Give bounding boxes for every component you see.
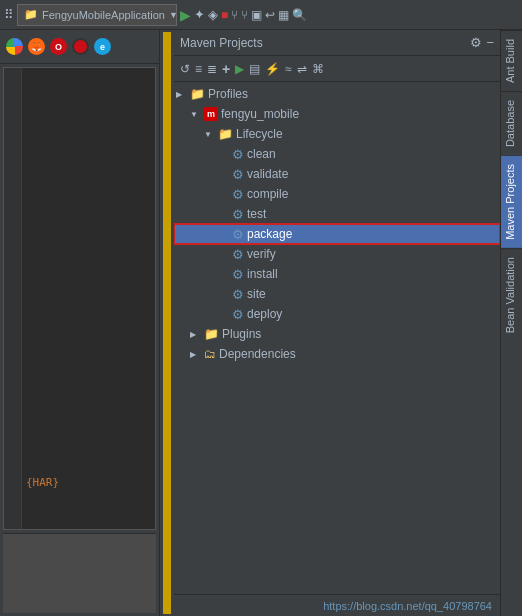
maven-projects-panel: Maven Projects ⚙ − ↺ ≡ ≣ + ▶ ▤ ⚡ ≈ ⇌ ⌘ ▶… [174, 30, 500, 616]
maven-m-icon: m [204, 107, 218, 121]
code-content: {HAR} [26, 476, 59, 489]
dropdown-arrow-icon: ▼ [169, 10, 178, 20]
tree-item-dependencies[interactable]: ▶ 🗂 Dependencies [174, 344, 500, 364]
project-selector[interactable]: 📁 FengyuMobileApplication ▼ [17, 4, 177, 26]
run-icon[interactable]: ▶ [180, 7, 191, 23]
yellow-stripe [160, 30, 174, 616]
maven-tree: ▶ 📁 Profiles ▼ m fengyu_mobile ▼ 📁 Lifec… [174, 82, 500, 594]
dependencies-folder-icon: 🗂 [204, 347, 216, 361]
tree-item-fengyu-mobile[interactable]: ▼ m fengyu_mobile [174, 104, 500, 124]
plugins-arrow-icon: ▶ [190, 330, 204, 339]
lifecycle-arrow-icon: ▼ [204, 130, 218, 139]
project-name: FengyuMobileApplication [42, 9, 165, 21]
plugins-label: Plugins [222, 327, 261, 341]
add-icon[interactable]: + [220, 60, 232, 78]
site-gear-icon: ⚙ [232, 287, 244, 302]
compile-label: compile [247, 187, 288, 201]
tree-item-compile[interactable]: ⚙ compile [174, 184, 500, 204]
maven-panel-header: Maven Projects ⚙ − [174, 30, 500, 56]
tree-item-test[interactable]: ⚙ test [174, 204, 500, 224]
test-label: test [247, 207, 266, 221]
panel-header-icons: ⚙ − [470, 35, 494, 50]
url-bar: https://blog.csdn.net/qq_40798764 [174, 594, 500, 616]
tab-bean-validation[interactable]: Bean Validation [501, 248, 522, 341]
tasks-icon[interactable]: ▤ [247, 61, 262, 77]
maven-toolbar: ↺ ≡ ≣ + ▶ ▤ ⚡ ≈ ⇌ ⌘ [174, 56, 500, 82]
tree-item-profiles[interactable]: ▶ 📁 Profiles [174, 84, 500, 104]
install-gear-icon: ⚙ [232, 267, 244, 282]
tree-item-plugins[interactable]: ▶ 📁 Plugins [174, 324, 500, 344]
clean-label: clean [247, 147, 276, 161]
editor-bottom [3, 533, 156, 613]
command-icon[interactable]: ⌘ [310, 61, 326, 77]
coverage-icon[interactable]: ◈ [208, 7, 218, 22]
validate-label: validate [247, 167, 288, 181]
profiles-folder-icon: 📁 [190, 87, 205, 101]
build-icon2[interactable]: ⑂ [241, 8, 248, 22]
profiles-label: Profiles [208, 87, 248, 101]
list-icon[interactable]: ≡ [193, 61, 204, 77]
install-label: install [247, 267, 278, 281]
tab-maven-projects[interactable]: Maven Projects [501, 155, 522, 248]
maven-panel-title: Maven Projects [180, 36, 263, 50]
undo-icon[interactable]: ↩ [265, 8, 275, 22]
compile-gear-icon: ⚙ [232, 187, 244, 202]
clean-gear-icon: ⚙ [232, 147, 244, 162]
verify-label: verify [247, 247, 276, 261]
waves-icon[interactable]: ≈ [283, 61, 294, 77]
debug-icon[interactable]: ✦ [194, 7, 205, 22]
fengyu-label: fengyu_mobile [221, 107, 299, 121]
chrome-icon[interactable] [6, 38, 23, 55]
sdk-icon[interactable]: ▣ [251, 8, 262, 22]
lifecycle-label: Lifecycle [236, 127, 283, 141]
tree-item-site[interactable]: ⚙ site [174, 284, 500, 304]
dependencies-arrow-icon: ▶ [190, 350, 204, 359]
validate-gear-icon: ⚙ [232, 167, 244, 182]
tab-ant-build[interactable]: Ant Build [501, 30, 522, 91]
deploy-gear-icon: ⚙ [232, 307, 244, 322]
tab-database[interactable]: Database [501, 91, 522, 155]
plugins-folder-icon: 📁 [204, 327, 219, 341]
browser-icons-row: 🦊 O e [0, 30, 159, 64]
firefox-icon[interactable]: 🦊 [28, 38, 45, 55]
structure-icon[interactable]: ▦ [278, 8, 289, 22]
tree-item-deploy[interactable]: ⚙ deploy [174, 304, 500, 324]
dependencies-label: Dependencies [219, 347, 296, 361]
tree-item-validate[interactable]: ⚙ validate [174, 164, 500, 184]
stop-icon[interactable]: ■ [221, 8, 228, 22]
refresh-icon[interactable]: ↺ [178, 61, 192, 77]
run2-icon[interactable]: ▶ [233, 61, 246, 77]
lightning-icon[interactable]: ⚡ [263, 61, 282, 77]
fengyu-arrow-icon: ▼ [190, 110, 204, 119]
lifecycle-folder-icon: 📁 [218, 127, 233, 141]
build-icon1[interactable]: ⑂ [231, 8, 238, 22]
package-gear-icon: ⚙ [232, 227, 244, 242]
tree-item-package[interactable]: ⚙ package ← [174, 224, 500, 244]
site-label: site [247, 287, 266, 301]
project-icon: 📁 [24, 8, 38, 21]
editor-area[interactable]: {HAR} [3, 67, 156, 530]
profiles-arrow-icon: ▶ [176, 90, 190, 99]
tree-item-clean[interactable]: ⚙ clean [174, 144, 500, 164]
verify-gear-icon: ⚙ [232, 247, 244, 262]
arrows-icon[interactable]: ⇌ [295, 61, 309, 77]
tree-item-install[interactable]: ⚙ install [174, 264, 500, 284]
deploy-label: deploy [247, 307, 282, 321]
right-tabs-panel: Ant Build Database Maven Projects Bean V… [500, 30, 522, 616]
opera-icon[interactable]: O [50, 38, 67, 55]
minus-icon[interactable]: − [486, 35, 494, 50]
editor-panel: 🦊 O e {HAR} [0, 30, 160, 616]
tree-item-lifecycle[interactable]: ▼ 📁 Lifecycle [174, 124, 500, 144]
test-gear-icon: ⚙ [232, 207, 244, 222]
editor-gutter [4, 68, 22, 529]
settings-icon[interactable]: ⚙ [470, 35, 482, 50]
tree-item-verify[interactable]: ⚙ verify [174, 244, 500, 264]
opera2-icon[interactable] [72, 38, 89, 55]
url-text: https://blog.csdn.net/qq_40798764 [323, 600, 492, 612]
expand-icon[interactable]: ≣ [205, 61, 219, 77]
search-icon[interactable]: 🔍 [292, 8, 307, 22]
code-text: {HAR} [26, 476, 59, 489]
menu-icon[interactable]: ⠿ [4, 7, 14, 22]
main-toolbar: ⠿ 📁 FengyuMobileApplication ▼ ▶ ✦ ◈ ■ ⑂ … [0, 0, 522, 30]
ie-icon[interactable]: e [94, 38, 111, 55]
